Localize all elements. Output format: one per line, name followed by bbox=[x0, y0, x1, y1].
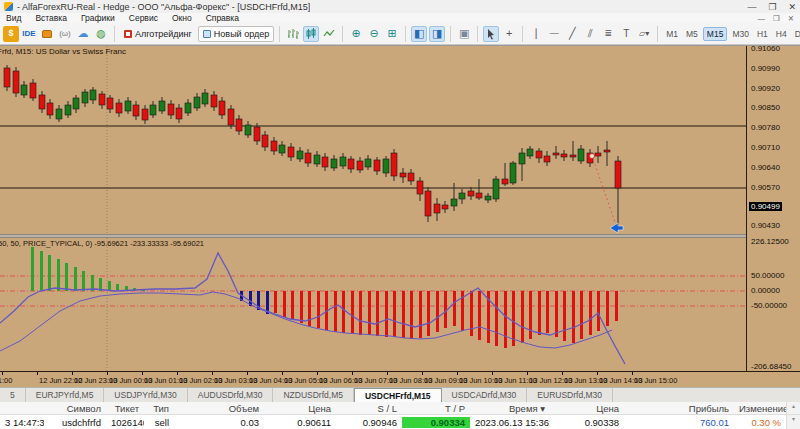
time-tick bbox=[527, 372, 528, 375]
price-axis[interactable]: 0.910600.909900.909200.908500.907800.907… bbox=[746, 46, 800, 371]
trendline-icon[interactable]: ╱ bbox=[564, 26, 580, 42]
chart-window: Frfd, M15: US Dollar vs Swiss Franc 50, … bbox=[0, 45, 800, 387]
oscillator-chart[interactable] bbox=[0, 238, 746, 371]
shapes-dropdown-icon[interactable]: ▱▾ bbox=[636, 26, 652, 42]
time-tick bbox=[492, 372, 493, 375]
time-axis[interactable]: 12 Jun 21:0012 Jun 22:0012 Jun 23:0013 J… bbox=[0, 371, 800, 388]
table-header-4[interactable]: Объем bbox=[174, 403, 264, 414]
menu-charts[interactable]: Графики bbox=[81, 13, 115, 23]
new-order-button[interactable]: Новый ордер bbox=[198, 26, 274, 42]
menu-view[interactable]: Вид bbox=[6, 13, 21, 23]
menubar: Вид Вставка Графики Сервис Окно Справка … bbox=[0, 13, 800, 23]
zoom-in-icon[interactable]: ⊕ bbox=[348, 26, 364, 42]
market-bag-icon[interactable] bbox=[39, 26, 55, 42]
timeframe-h1[interactable]: H1 bbox=[754, 28, 771, 40]
cascade-windows-icon[interactable]: ◨ bbox=[429, 26, 445, 42]
table-header-8[interactable]: Время ▾ bbox=[470, 403, 550, 414]
app-icon bbox=[4, 2, 13, 11]
text-tool-icon[interactable]: T bbox=[618, 26, 634, 42]
menu-help[interactable]: Справка bbox=[206, 13, 239, 23]
time-tick bbox=[37, 372, 38, 375]
scroll-up-icon[interactable]: ▴ bbox=[792, 402, 795, 409]
chart-tab-usdcadrfd-m30[interactable]: USDCADrfd,M30 bbox=[442, 388, 528, 402]
menu-tools[interactable]: Сервис bbox=[129, 13, 158, 23]
scroll-down-icon[interactable]: ▾ bbox=[792, 415, 795, 422]
trade-table: СимволТикетТипОбъемЦенаS / LT / PВремя ▾… bbox=[0, 402, 800, 429]
child-minimize-button[interactable]: — bbox=[757, 14, 765, 23]
globe-icon[interactable]: ◍ bbox=[93, 26, 109, 42]
timeframe-m15[interactable]: M15 bbox=[703, 27, 728, 41]
table-header-10[interactable]: Прибыль bbox=[624, 403, 734, 414]
channel-icon[interactable]: ⫽ bbox=[582, 26, 598, 42]
time-axis-label: 13 Jun 15:00 bbox=[634, 376, 677, 385]
chart-tab-audusdrfd-m30[interactable]: AUDUSDrfd,M30 bbox=[188, 388, 274, 402]
indicator-pane[interactable]: 50, 50, PRICE_TYPICAL, 0) -95.69621 -233… bbox=[0, 238, 746, 371]
price-axis-label: 0.90710 bbox=[751, 143, 780, 152]
timeframe-m1[interactable]: M1 bbox=[663, 28, 681, 40]
chart-tab-usdjpyrfd-m30[interactable]: USDJPYrfd,M30 bbox=[104, 388, 187, 402]
price-axis-label: 0.90430 bbox=[751, 221, 780, 230]
chart-symbol-label: Frfd, M15: US Dollar vs Swiss Franc bbox=[0, 47, 126, 56]
table-header-2[interactable]: Тикет bbox=[106, 403, 144, 414]
fibonacci-icon[interactable]: ≣ bbox=[600, 26, 616, 42]
candlestick-chart[interactable] bbox=[0, 46, 746, 234]
time-tick bbox=[457, 372, 458, 375]
price-axis-label: 0.90920 bbox=[751, 84, 780, 93]
table-cell-7: 0.90334 bbox=[402, 417, 470, 428]
price-chart-pane[interactable]: Frfd, M15: US Dollar vs Swiss Franc bbox=[0, 46, 746, 234]
signal-icon[interactable]: (ω) bbox=[57, 26, 73, 42]
horizontal-line-icon[interactable]: — bbox=[546, 26, 562, 42]
table-header-11[interactable]: Изменение bbox=[734, 403, 786, 414]
bar-chart-icon[interactable] bbox=[285, 26, 301, 42]
table-header-3[interactable]: Тип bbox=[144, 403, 174, 414]
minimize-button[interactable]: — bbox=[747, 2, 756, 12]
timeframe-m5[interactable]: M5 bbox=[683, 28, 701, 40]
table-header-9[interactable]: Цена bbox=[550, 403, 624, 414]
table-header-6[interactable]: S / L bbox=[336, 403, 402, 414]
time-tick bbox=[247, 372, 248, 375]
chart-tab-5[interactable]: 5 bbox=[0, 388, 26, 402]
tile-windows-icon[interactable]: ◧ bbox=[411, 26, 427, 42]
restore-button[interactable]: ❐ bbox=[768, 2, 776, 12]
chart-tab-nzdusdrfd-m5[interactable]: NZDUSDrfd,M5 bbox=[273, 388, 354, 402]
grid-icon[interactable]: ⊞ bbox=[384, 26, 400, 42]
zoom-out-icon[interactable]: ⊖ bbox=[366, 26, 382, 42]
crosshair-icon[interactable]: + bbox=[501, 26, 517, 42]
table-header-1[interactable]: Символ bbox=[44, 403, 106, 414]
line-chart-icon[interactable] bbox=[321, 26, 337, 42]
chart-tab-eurjpyrfd-m5[interactable]: EURJPYrfd,M5 bbox=[26, 388, 105, 402]
price-axis-label: 0.90570 bbox=[751, 183, 780, 192]
mt5-window: - AlfaForexRU-Real - Hedge - ООО "Альфа-… bbox=[0, 0, 800, 429]
camera-icon[interactable]: ▣ bbox=[456, 26, 472, 42]
timeframe-d1[interactable]: D1 bbox=[792, 28, 800, 40]
table-cell-9: 0.90338 bbox=[550, 417, 624, 428]
menu-window[interactable]: Окно bbox=[172, 13, 192, 23]
trade-table-row[interactable]: 3 14:47:33usdchfrfd1026140523sell0.030.9… bbox=[0, 415, 800, 429]
ide-icon[interactable]: IDE bbox=[21, 26, 37, 42]
table-cell-10: 760.01 bbox=[624, 417, 734, 428]
time-tick bbox=[562, 372, 563, 375]
table-header-5[interactable]: Цена bbox=[264, 403, 336, 414]
algotrading-button[interactable]: Алготрейдинг bbox=[120, 26, 196, 42]
table-cell-3: sell bbox=[144, 417, 174, 428]
cursor-icon[interactable] bbox=[483, 26, 499, 42]
child-restore-button[interactable]: ❐ bbox=[773, 14, 780, 23]
close-button[interactable]: ✕ bbox=[788, 2, 796, 12]
timeframe-m30[interactable]: M30 bbox=[729, 28, 752, 40]
vertical-line-icon[interactable]: ∣ bbox=[528, 26, 544, 42]
chart-tab-eurusdrfd-m30[interactable]: EURUSDrfd,M30 bbox=[527, 388, 613, 402]
titlebar: - AlfaForexRU-Real - Hedge - ООО "Альфа-… bbox=[0, 0, 800, 13]
table-cell-8: 2023.06.13 15:36:12 bbox=[470, 417, 550, 428]
candlestick-chart-icon[interactable] bbox=[303, 26, 319, 42]
table-header-7[interactable]: T / P bbox=[402, 403, 470, 414]
price-axis-label: 0.91060 bbox=[751, 44, 780, 53]
price-axis-label: 0.90990 bbox=[751, 64, 780, 73]
child-close-button[interactable]: ✕ bbox=[788, 14, 794, 23]
cloud-icon[interactable]: ☁ bbox=[75, 26, 91, 42]
window-title: - AlfaForexRU-Real - Hedge - ООО "Альфа-… bbox=[17, 2, 310, 12]
timeframe-h4[interactable]: H4 bbox=[773, 28, 790, 40]
chart-tab-usdchfrfd-m15[interactable]: USDCHFrfd,M15 bbox=[354, 388, 442, 402]
wallet-icon[interactable]: $ bbox=[3, 26, 19, 42]
indicator-axis-label: 50.00000 bbox=[751, 271, 784, 280]
menu-insert[interactable]: Вставка bbox=[35, 13, 67, 23]
